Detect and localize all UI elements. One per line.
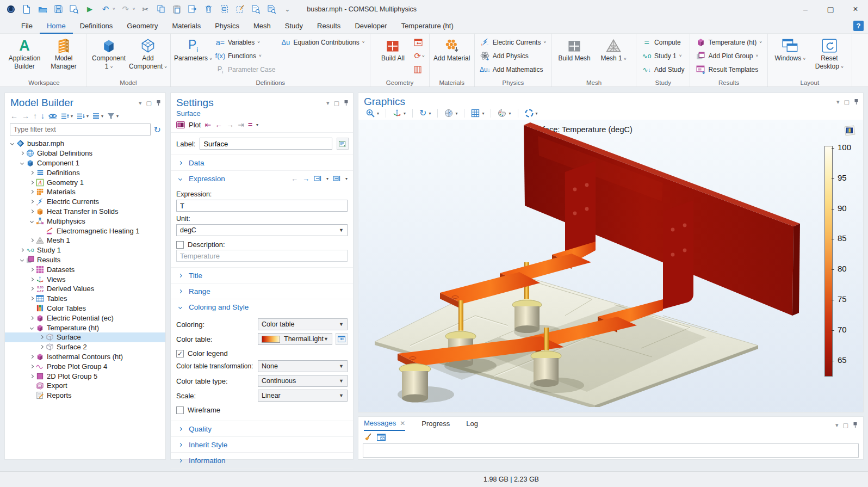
tree-item-definitions[interactable]: Definitions [5, 168, 165, 177]
ribbon-button-result-templates[interactable]: Result Templates [693, 63, 764, 76]
color-table-window-button[interactable] [336, 333, 348, 345]
float-panel-icon[interactable]: ▢ [146, 100, 152, 107]
tree-item-datasets[interactable]: Datasets [5, 264, 165, 274]
minimize-button[interactable]: – [793, 0, 818, 18]
tree-item-electric-currents[interactable]: +Electric Currents [5, 197, 165, 207]
tree-item-electromagnetic-heating-1[interactable]: Electromagnetic Heating 1 [5, 226, 165, 236]
tree-chevron[interactable] [28, 287, 35, 290]
menu-developer[interactable]: Developer [348, 18, 394, 34]
tree-item-busbar-mph[interactable]: busbar.mph [5, 139, 165, 149]
tree-chevron[interactable] [18, 152, 26, 155]
tree-chevron[interactable] [18, 249, 26, 251]
tree-chevron[interactable] [28, 220, 35, 223]
more-icon[interactable]: ⌄ [282, 4, 293, 15]
close-button[interactable]: × [843, 0, 868, 18]
messages-output[interactable] [363, 443, 859, 458]
pin-panel-icon[interactable] [854, 98, 859, 105]
back-icon[interactable]: ← [10, 112, 18, 120]
ribbon-button-add-mathematics[interactable]: Δu↓Add Mathematics [478, 63, 549, 76]
table-type-select[interactable]: Continuous▼ [258, 375, 348, 387]
ribbon-button-add-component[interactable]: Add Component ˅ [128, 35, 168, 71]
menu-geometry[interactable]: Geometry [120, 18, 165, 34]
plot-thumbnail-icon[interactable] [844, 125, 855, 136]
float-panel-icon[interactable]: ▢ [843, 422, 848, 429]
doc-search-icon[interactable] [250, 4, 261, 15]
expand-all-icon[interactable] [77, 113, 85, 120]
tree-item-results[interactable]: Results [5, 255, 165, 265]
color-table-select[interactable]: ThermalLight▼ [258, 333, 332, 345]
ribbon-button-import[interactable] [414, 36, 424, 48]
plot-last-icon[interactable]: ⇥ [238, 120, 244, 129]
tree-chevron[interactable] [38, 336, 45, 338]
ribbon-button-model-manager[interactable]: Model Manager [44, 35, 83, 71]
paste-icon[interactable] [171, 4, 182, 15]
tree-filter-input[interactable] [10, 124, 151, 135]
ribbon-button-application-builder[interactable]: AApplication Builder [5, 35, 44, 71]
tab-messages[interactable]: Messages✕ [364, 419, 405, 431]
copy-icon[interactable] [156, 4, 166, 15]
save-preview-icon[interactable] [69, 4, 79, 15]
menu-physics[interactable]: Physics [208, 18, 246, 34]
filter-icon[interactable] [107, 113, 115, 120]
panel-menu-icon[interactable]: ▾ [836, 98, 840, 106]
transformation-select[interactable]: None▼ [258, 360, 348, 372]
close-tab-icon[interactable]: ✕ [400, 420, 405, 427]
run-icon[interactable]: ▶ [84, 4, 95, 15]
forward-icon[interactable]: → [22, 112, 29, 120]
tree-chevron[interactable] [8, 142, 16, 145]
snapshot-tool[interactable]: ▾ [523, 109, 540, 118]
tree-item-heat-transfer-in-solids[interactable]: Heat Transfer in Solids [5, 207, 165, 217]
coloring-select[interactable]: Color table▼ [258, 318, 348, 330]
app-logo-icon[interactable] [5, 4, 16, 15]
tree-item-isothermal-contours-ht-[interactable]: Isothermal Contours (ht) [5, 352, 165, 362]
expr-replace-icon[interactable] [314, 175, 322, 182]
plot-previous-icon[interactable]: ← [215, 120, 222, 129]
ribbon-button-partition[interactable] [414, 64, 424, 76]
tree-item-multiphysics[interactable]: Multiphysics [5, 216, 165, 226]
tree-item-geometry-1[interactable]: AGeometry 1 [5, 177, 165, 187]
ribbon-button-add-study[interactable]: ∿↓Add Study [639, 63, 687, 76]
save-icon[interactable] [53, 4, 64, 15]
color-scheme-tool[interactable]: ▾ [495, 109, 513, 118]
tree-item-export[interactable]: Export [5, 381, 165, 391]
tree-item-electric-potential-ec-[interactable]: Electric Potential (ec) [5, 313, 165, 323]
ribbon-button-functions[interactable]: f(x)Functions˅ [213, 49, 278, 63]
ribbon-button-equation-contributions[interactable]: ΔuEquation Contributions˅ [278, 35, 367, 49]
collapse-all-icon[interactable] [61, 113, 69, 120]
tree-item-color-tables[interactable]: Color Tables [5, 304, 165, 313]
menu-file[interactable]: File [14, 18, 40, 34]
menu-study[interactable]: Study [278, 18, 310, 34]
ribbon-button-add-plot-group[interactable]: Add Plot Group˅ [693, 49, 764, 63]
tree-chevron[interactable] [18, 162, 26, 164]
tree-chevron[interactable] [28, 200, 35, 203]
panel-menu-icon[interactable]: ▾ [326, 100, 330, 107]
ribbon-button-update[interactable]: ⟳˅ [414, 50, 424, 62]
tree-chevron[interactable] [28, 239, 35, 242]
tree-item-probe-plot-group-4[interactable]: Probe Plot Group 4 [5, 361, 165, 371]
ribbon-button-compute[interactable]: =Compute [639, 35, 687, 49]
menu-results[interactable]: Results [310, 18, 348, 34]
go-to-view-tool[interactable]: ▾ [390, 109, 408, 118]
rotate-tool[interactable]: ↻▾ [417, 109, 433, 118]
tree-item-tables[interactable]: Tables [5, 294, 165, 304]
plot-in-icon[interactable]: = [248, 120, 252, 129]
pin-panel-icon[interactable] [344, 100, 349, 106]
tree-chevron[interactable] [28, 297, 35, 300]
expr-insert-icon[interactable] [333, 175, 341, 182]
unit-select[interactable]: degC▼ [176, 224, 348, 236]
tree-chevron[interactable] [28, 268, 35, 271]
tree-item-views[interactable]: Views [5, 274, 165, 284]
ribbon-button-study-1[interactable]: ∿oStudy 1˅ [639, 49, 687, 63]
section-inherit-style[interactable]: Inherit Style [171, 437, 353, 452]
panel-menu-icon[interactable]: ▾ [835, 422, 839, 429]
tree-chevron[interactable] [18, 258, 26, 261]
ribbon-button-mesh-1[interactable]: Mesh 1 ˅ [594, 35, 633, 63]
tree-chevron[interactable] [28, 355, 35, 358]
section-expression[interactable]: Expression ← → ▾ ▾ [171, 171, 353, 186]
ribbon-button-parameters[interactable]: PiParameters ˅ [173, 35, 213, 63]
pin-panel-icon[interactable] [156, 100, 161, 106]
move-up-icon[interactable]: ↑ [33, 112, 37, 120]
maximize-button[interactable]: ▢ [818, 0, 843, 18]
menu-materials[interactable]: Materials [165, 18, 208, 34]
select-box-icon[interactable] [219, 4, 230, 15]
